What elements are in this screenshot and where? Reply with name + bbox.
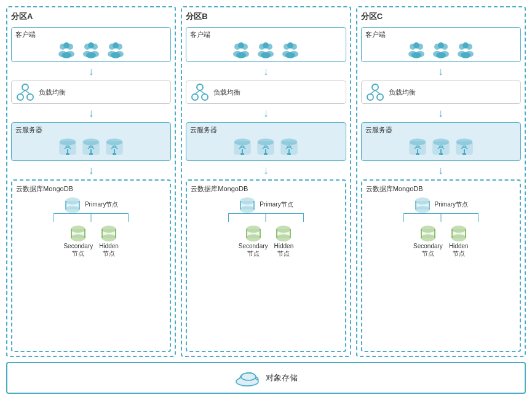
svg-point-11 (90, 51, 99, 57)
svg-point-18 (22, 84, 28, 90)
svg-point-92 (247, 235, 260, 241)
svg-point-52 (242, 44, 248, 50)
server-icon-b-2 (256, 137, 275, 158)
zones-row: 分区A 客户端 (6, 6, 526, 357)
lb-icon-b (191, 84, 208, 101)
server-icons-a (15, 137, 167, 158)
arrow-a-3: ↓ (11, 165, 171, 176)
client-label-a: 客户端 (15, 30, 167, 39)
db-zone-label-a: 云数据库MongoDB (16, 184, 166, 194)
users-icon-b-2 (256, 42, 276, 59)
svg-point-37 (66, 206, 79, 213)
db-zone-label-c: 云数据库MongoDB (366, 184, 516, 194)
client-icons-c (365, 42, 517, 59)
hidden-node-c: Hidden节点 (449, 224, 469, 258)
db-hidden-icon-a (100, 224, 117, 241)
svg-line-72 (200, 90, 205, 94)
server-box-b: 云服务器 (186, 122, 346, 161)
arrow-b-2: ↓ (186, 108, 346, 119)
svg-line-21 (20, 90, 25, 94)
lb-icon-c (367, 84, 384, 101)
svg-point-118 (372, 84, 378, 90)
server-icon-b-3 (280, 137, 298, 158)
svg-point-8 (92, 44, 98, 50)
db-zone-b: 云数据库MongoDB Primary节点 (186, 179, 346, 352)
svg-point-102 (417, 44, 423, 50)
svg-point-147 (452, 235, 466, 241)
svg-point-128 (433, 139, 449, 145)
tree-lines-a (16, 213, 166, 222)
svg-point-82 (281, 139, 297, 145)
svg-point-32 (106, 139, 122, 145)
db-secondary-icon-b (245, 224, 262, 241)
users-icon-2 (81, 42, 101, 59)
primary-label-b: Primary节点 (260, 200, 293, 209)
arrow-a-1: ↓ (11, 66, 171, 77)
svg-point-108 (442, 44, 448, 50)
object-storage: 对象存储 (6, 362, 526, 394)
svg-rect-134 (463, 153, 466, 155)
hidden-label-b: Hidden节点 (274, 243, 294, 258)
svg-point-42 (71, 235, 85, 241)
zone-c: 分区C 客户端 (356, 6, 526, 357)
primary-row-b: Primary节点 (239, 196, 293, 213)
svg-line-122 (375, 90, 380, 94)
svg-point-64 (291, 44, 297, 50)
secondary-node-c: Secondary节点 (413, 224, 443, 258)
svg-line-22 (25, 90, 30, 94)
svg-point-105 (416, 51, 424, 57)
svg-point-67 (290, 51, 298, 57)
svg-point-47 (102, 235, 116, 241)
db-hidden-icon-c (450, 224, 467, 241)
arrow-c-1: ↓ (361, 66, 521, 77)
svg-point-5 (66, 51, 74, 57)
db-hidden-icon-b (275, 224, 292, 241)
db-primary-icon-c (414, 196, 431, 213)
db-zone-label-b: 云数据库MongoDB (191, 184, 341, 194)
primary-label-c: Primary节点 (435, 200, 468, 209)
svg-point-74 (234, 139, 250, 145)
primary-row-a: Primary节点 (64, 196, 118, 213)
server-icon-a-3 (105, 137, 124, 158)
db-secondary-row-a: Secondary节点 Hidden节点 (63, 224, 119, 258)
db-tree-c: Primary节点 (366, 196, 516, 258)
main-container: 分区A 客户端 (0, 0, 532, 400)
db-secondary-row-c: Secondary节点 Hidden节点 (413, 224, 469, 258)
db-secondary-icon-c (419, 224, 437, 241)
server-label-a: 云服务器 (15, 125, 167, 135)
lb-label-b: 负载均衡 (213, 88, 240, 97)
server-label-b: 云服务器 (190, 125, 341, 135)
primary-label-a: Primary节点 (85, 200, 118, 209)
client-label-b: 客户端 (190, 30, 341, 39)
tree-lines-b (191, 213, 341, 222)
client-icons-b (190, 42, 341, 59)
storage-label: 对象存储 (266, 372, 298, 383)
server-label-c: 云服务器 (365, 125, 517, 135)
svg-point-68 (197, 84, 203, 90)
zone-b: 分区B 客户端 (181, 6, 351, 357)
hidden-label-a: Hidden节点 (99, 243, 119, 258)
svg-point-114 (466, 44, 472, 50)
server-icon-c-2 (432, 137, 450, 158)
svg-point-87 (240, 206, 254, 213)
lb-label-c: 负载均衡 (389, 88, 416, 97)
svg-rect-30 (89, 153, 93, 155)
zone-c-label: 分区C (361, 11, 521, 22)
svg-point-132 (456, 139, 472, 145)
svg-point-19 (17, 94, 23, 100)
svg-point-70 (202, 94, 208, 100)
db-secondary-icon-a (69, 224, 87, 241)
users-icon-1 (57, 42, 76, 59)
svg-point-124 (410, 139, 426, 145)
arrow-c-2: ↓ (361, 108, 521, 119)
svg-rect-126 (416, 153, 419, 155)
svg-rect-76 (240, 153, 244, 155)
svg-point-120 (377, 94, 383, 100)
svg-point-152 (241, 373, 256, 380)
server-icons-c (365, 137, 517, 158)
users-icon-c-3 (456, 42, 475, 59)
arrow-b-1: ↓ (186, 66, 346, 77)
server-icon-c-1 (408, 137, 427, 158)
svg-point-61 (265, 51, 274, 57)
db-secondary-row-b: Secondary节点 Hidden节点 (239, 224, 294, 258)
